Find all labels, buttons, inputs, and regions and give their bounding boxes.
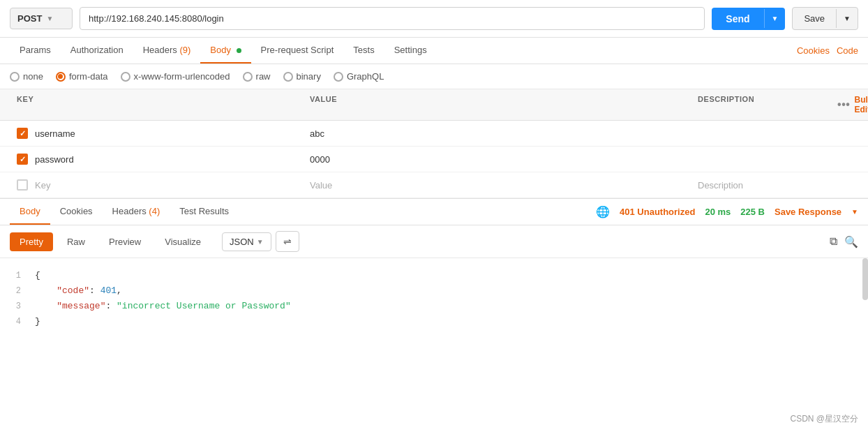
tab-tests[interactable]: Tests <box>343 38 384 64</box>
radio-binary[interactable] <box>283 72 293 82</box>
key-username[interactable]: username <box>35 128 75 139</box>
check-icon: ✓ <box>20 129 26 138</box>
col-value: VALUE <box>303 89 691 120</box>
format-chevron-icon: ▼ <box>257 238 264 246</box>
view-visualize[interactable]: Visualize <box>155 232 211 251</box>
key-password[interactable]: password <box>35 154 74 165</box>
code-link[interactable]: Code <box>837 45 858 56</box>
desc-placeholder[interactable]: Description <box>691 173 830 198</box>
view-preview[interactable]: Preview <box>99 232 151 251</box>
option-urlencoded[interactable]: x-www-form-urlencoded <box>121 71 230 82</box>
value-password[interactable]: 0000 <box>303 147 691 172</box>
send-button[interactable]: Send ▼ <box>712 8 785 30</box>
option-graphql[interactable]: GraphQL <box>334 71 384 82</box>
send-label: Send <box>712 8 763 30</box>
desc-password[interactable] <box>691 152 830 166</box>
option-none[interactable]: none <box>10 71 43 82</box>
view-pretty[interactable]: Pretty <box>10 232 53 251</box>
tab-right-actions: Cookies Code <box>797 45 858 56</box>
key-cell-username: ✓ username <box>10 121 303 146</box>
request-tabs: Params Authorization Headers (9) Body Pr… <box>0 38 868 64</box>
code-line-3: 3 "message": "incorrect Username or Pass… <box>0 299 868 314</box>
option-graphql-label: GraphQL <box>347 71 384 82</box>
resp-tab-body[interactable]: Body <box>10 199 50 225</box>
option-form-data[interactable]: form-data <box>56 71 108 82</box>
method-dropdown[interactable]: POST ▼ <box>10 8 73 29</box>
table-row-placeholder: Key Value Description <box>0 172 868 198</box>
search-icon[interactable]: 🔍 <box>844 235 858 248</box>
option-binary[interactable]: binary <box>283 71 321 82</box>
actions-password <box>830 152 858 166</box>
option-raw-label: raw <box>256 71 271 82</box>
checkbox-username[interactable]: ✓ <box>17 128 28 139</box>
resp-tab-headers[interactable]: Headers (4) <box>103 199 170 225</box>
key-placeholder[interactable]: Key <box>35 180 50 191</box>
code-line-4: 4 } <box>0 314 868 329</box>
tab-params[interactable]: Params <box>10 38 61 64</box>
check-icon: ✓ <box>20 155 26 164</box>
method-label: POST <box>17 13 42 24</box>
code-indent <box>35 285 57 296</box>
save-response-button[interactable]: Save Response <box>775 207 841 217</box>
code-content-3: "message": "incorrect Username or Passwo… <box>35 299 291 314</box>
tab-authorization[interactable]: Authorization <box>61 38 133 64</box>
radio-urlencoded[interactable] <box>121 72 130 82</box>
checkbox-password[interactable]: ✓ <box>17 154 28 165</box>
resp-tab-test-results[interactable]: Test Results <box>170 199 239 225</box>
response-tabs: Body Cookies Headers (4) Test Results 🌐 … <box>0 199 868 225</box>
params-table: KEY VALUE DESCRIPTION ••• Bulk Edit ✓ us… <box>0 89 868 199</box>
response-meta: 🌐 401 Unauthorized 20 ms 225 B Save Resp… <box>596 205 858 218</box>
key-placeholder-cell: Key <box>10 172 303 198</box>
response-time: 20 ms <box>705 207 731 217</box>
tab-settings[interactable]: Settings <box>384 38 437 64</box>
code-line-1: 1 { <box>0 268 868 283</box>
copy-icon[interactable]: ⧉ <box>830 235 837 248</box>
radio-raw[interactable] <box>243 72 253 82</box>
option-raw[interactable]: raw <box>243 71 271 82</box>
resp-tab-cookies[interactable]: Cookies <box>50 199 103 225</box>
bulk-edit-button[interactable]: Bulk Edit <box>854 95 868 114</box>
format-dropdown[interactable]: JSON ▼ <box>222 232 271 251</box>
desc-username[interactable] <box>691 126 830 140</box>
line-num-2: 2 <box>0 284 35 298</box>
url-input[interactable] <box>80 7 705 30</box>
value-placeholder[interactable]: Value <box>303 173 691 198</box>
save-button[interactable]: Save ▼ <box>792 7 858 30</box>
option-binary-label: binary <box>297 71 321 82</box>
send-dropdown-icon[interactable]: ▼ <box>764 9 786 28</box>
status-badge: 401 Unauthorized <box>620 207 695 217</box>
radio-none[interactable] <box>10 72 20 82</box>
response-size: 225 B <box>740 207 765 217</box>
radio-form-data[interactable] <box>56 72 66 82</box>
code-display: 1 { 2 "code": 401, 3 "message": "incorre… <box>0 258 868 342</box>
option-urlencoded-label: x-www-form-urlencoded <box>134 71 230 82</box>
code-content-2: "code": 401, <box>35 283 122 299</box>
save-response-chevron[interactable]: ▼ <box>851 208 858 216</box>
line-num-4: 4 <box>0 315 35 329</box>
body-dot <box>237 48 241 53</box>
save-dropdown-icon[interactable]: ▼ <box>836 9 858 28</box>
cookies-link[interactable]: Cookies <box>797 45 830 56</box>
code-num-2: 401 <box>100 285 117 296</box>
scrollbar[interactable] <box>862 258 868 300</box>
wrap-button[interactable]: ⇌ <box>276 231 299 252</box>
code-line-2: 2 "code": 401, <box>0 283 868 299</box>
radio-inner <box>58 74 63 79</box>
format-label: JSON <box>230 237 254 247</box>
more-options-icon[interactable]: ••• <box>837 98 850 111</box>
view-raw[interactable]: Raw <box>57 232 95 251</box>
code-content-1: { <box>35 268 40 283</box>
top-bar: POST ▼ Send ▼ Save ▼ <box>0 0 868 38</box>
tab-headers[interactable]: Headers (9) <box>133 38 201 64</box>
tab-prerequest[interactable]: Pre-request Script <box>251 38 344 64</box>
value-username[interactable]: abc <box>303 121 691 146</box>
radio-graphql[interactable] <box>334 72 343 82</box>
code-content-4: } <box>35 314 40 329</box>
code-punct-3: : <box>105 301 117 311</box>
response-toolbar: Pretty Raw Preview Visualize JSON ▼ ⇌ ⧉ … <box>0 225 868 258</box>
checkbox-placeholder[interactable] <box>17 179 28 191</box>
key-cell-password: ✓ password <box>10 147 303 172</box>
table-header: KEY VALUE DESCRIPTION ••• Bulk Edit <box>0 89 868 121</box>
tab-body[interactable]: Body <box>200 38 250 64</box>
line-num-3: 3 <box>0 299 35 313</box>
